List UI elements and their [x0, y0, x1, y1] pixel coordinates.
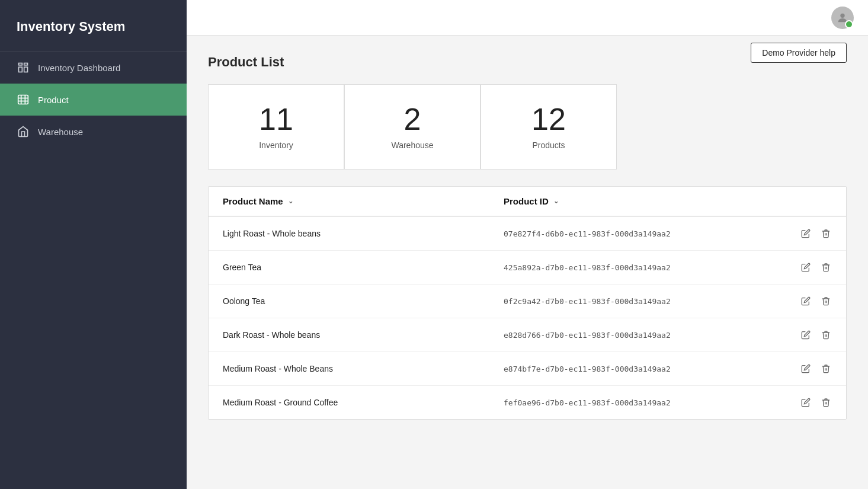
stat-card-inventory: 11 Inventory	[208, 84, 344, 170]
stat-label-products: Products	[532, 140, 565, 150]
header	[187, 0, 868, 36]
content-area: Product List Demo Provider help 11 Inven…	[187, 36, 868, 489]
stat-label-inventory: Inventory	[259, 140, 293, 150]
cell-actions	[784, 261, 832, 273]
table-header-row: Product Name ⌄ Product ID ⌄	[209, 187, 846, 217]
svg-rect-3	[24, 67, 28, 72]
cell-actions	[784, 397, 832, 408]
dashboard-icon	[17, 61, 30, 74]
sidebar-item-label-dashboard: Inventory Dashboard	[38, 63, 120, 73]
sort-icon-name: ⌄	[288, 197, 293, 205]
svg-rect-2	[19, 67, 23, 72]
sidebar-item-inventory-dashboard[interactable]: Inventory Dashboard	[0, 52, 187, 84]
stat-label-warehouse: Warehouse	[391, 140, 433, 150]
table-row: Oolong Tea 0f2c9a42-d7b0-ec11-983f-000d3…	[209, 285, 846, 318]
cell-product-name: Oolong Tea	[223, 296, 504, 306]
delete-button[interactable]	[820, 329, 832, 341]
cell-product-id: 0f2c9a42-d7b0-ec11-983f-000d3a149aa2	[504, 297, 784, 306]
cell-product-id: 425a892a-d7b0-ec11-983f-000d3a149aa2	[504, 263, 784, 272]
cell-product-name: Green Tea	[223, 263, 504, 272]
svg-rect-4	[18, 95, 28, 104]
stats-row: 11 Inventory 2 Warehouse 12 Products	[208, 84, 847, 170]
cell-product-id: 07e827f4-d6b0-ec11-983f-000d3a149aa2	[504, 229, 784, 238]
edit-button[interactable]	[800, 295, 812, 307]
delete-button[interactable]	[820, 261, 832, 273]
edit-button[interactable]	[800, 261, 812, 273]
edit-button[interactable]	[800, 228, 812, 239]
cell-actions	[784, 363, 832, 375]
product-icon	[17, 93, 30, 106]
svg-rect-1	[24, 63, 28, 65]
cell-actions	[784, 329, 832, 341]
delete-button[interactable]	[820, 228, 832, 239]
help-button-container: Demo Provider help	[751, 43, 847, 63]
stat-number-products: 12	[531, 104, 566, 135]
cell-product-name: Dark Roast - Whole beans	[223, 330, 504, 340]
product-table: Product Name ⌄ Product ID ⌄ Light Roast …	[208, 186, 847, 420]
col-header-id[interactable]: Product ID ⌄	[504, 196, 784, 206]
cell-product-id: e828d766-d7b0-ec11-983f-000d3a149aa2	[504, 331, 784, 340]
stat-number-warehouse: 2	[404, 104, 421, 135]
col-header-name-label: Product Name ⌄	[223, 196, 504, 206]
help-button[interactable]: Demo Provider help	[751, 43, 847, 63]
delete-button[interactable]	[820, 397, 832, 408]
table-row: Medium Roast - Ground Coffee fef0ae96-d7…	[209, 386, 846, 419]
sort-icon-id: ⌄	[553, 197, 559, 205]
avatar[interactable]	[831, 7, 854, 29]
sidebar-nav: Inventory Dashboard Product	[0, 52, 187, 148]
col-header-name[interactable]: Product Name ⌄	[223, 196, 504, 206]
cell-product-name: Medium Roast - Ground Coffee	[223, 398, 504, 407]
delete-button[interactable]	[820, 363, 832, 375]
col-header-id-label: Product ID ⌄	[504, 196, 784, 206]
sidebar-item-label-warehouse: Warehouse	[38, 127, 83, 137]
cell-product-id: e874bf7e-d7b0-ec11-983f-000d3a149aa2	[504, 365, 784, 373]
sidebar: Inventory System Inventory Dashboard	[0, 0, 187, 489]
table-row: Medium Roast - Whole Beans e874bf7e-d7b0…	[209, 352, 846, 386]
stat-card-products: 12 Products	[481, 84, 617, 170]
sidebar-item-product[interactable]: Product	[0, 84, 187, 116]
sidebar-item-warehouse[interactable]: Warehouse	[0, 116, 187, 148]
stat-card-warehouse: 2 Warehouse	[344, 84, 481, 170]
table-row: Light Roast - Whole beans 07e827f4-d6b0-…	[209, 217, 846, 251]
edit-button[interactable]	[800, 363, 812, 375]
warehouse-icon	[17, 125, 30, 138]
cell-product-name: Medium Roast - Whole Beans	[223, 364, 504, 373]
app-title: Inventory System	[0, 0, 187, 52]
sidebar-item-label-product: Product	[38, 95, 69, 105]
edit-button[interactable]	[800, 397, 812, 408]
delete-button[interactable]	[820, 295, 832, 307]
main-content: Product List Demo Provider help 11 Inven…	[187, 0, 868, 489]
cell-product-id: fef0ae96-d7b0-ec11-983f-000d3a149aa2	[504, 398, 784, 407]
table-body: Light Roast - Whole beans 07e827f4-d6b0-…	[209, 217, 846, 419]
edit-button[interactable]	[800, 329, 812, 341]
svg-rect-0	[19, 63, 23, 65]
svg-point-9	[840, 13, 844, 17]
table-row: Green Tea 425a892a-d7b0-ec11-983f-000d3a…	[209, 251, 846, 285]
table-row: Dark Roast - Whole beans e828d766-d7b0-e…	[209, 318, 846, 352]
cell-product-name: Light Roast - Whole beans	[223, 229, 504, 238]
cell-actions	[784, 228, 832, 239]
cell-actions	[784, 295, 832, 307]
stat-number-inventory: 11	[259, 104, 293, 135]
